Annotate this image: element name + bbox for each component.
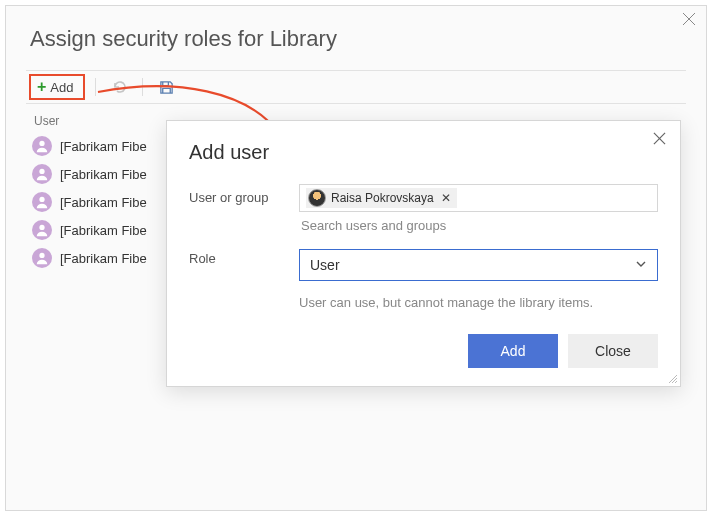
search-placeholder[interactable]: Search users and groups [299,212,658,235]
dialog-title: Add user [189,141,658,164]
svg-point-4 [39,253,44,258]
add-user-dialog: Add user User or group Raisa Pokrovskaya… [166,120,681,387]
remove-chip-icon[interactable]: ✕ [439,191,451,205]
add-confirm-button[interactable]: Add [468,334,558,368]
toolbar: + Add [26,70,686,104]
chevron-down-icon [635,257,647,273]
close-icon[interactable] [682,12,696,30]
role-description: User can use, but cannot manage the libr… [299,295,658,310]
user-name: [Fabrikam Fibe [60,195,147,210]
add-button[interactable]: + Add [29,74,85,100]
svg-point-2 [39,197,44,202]
add-button-label: Add [50,80,73,95]
security-roles-panel: Assign security roles for Library + Add … [5,5,707,511]
user-name: [Fabrikam Fibe [60,251,147,266]
chip-text: Raisa Pokrovskaya [331,191,434,205]
avatar [308,189,326,207]
svg-point-1 [39,169,44,174]
close-button[interactable]: Close [568,334,658,368]
role-select[interactable]: User [299,249,658,281]
role-label: Role [189,245,299,266]
user-name: [Fabrikam Fibe [60,139,147,154]
avatar [32,164,52,184]
save-icon[interactable] [153,74,179,100]
page-title: Assign security roles for Library [30,26,686,52]
user-chip: Raisa Pokrovskaya ✕ [306,188,457,208]
user-name: [Fabrikam Fibe [60,223,147,238]
divider [95,78,96,96]
close-icon[interactable] [653,131,666,149]
undo-icon [106,74,132,100]
avatar [32,248,52,268]
avatar [32,192,52,212]
role-value: User [310,257,340,273]
user-picker-input[interactable]: Raisa Pokrovskaya ✕ [299,184,658,212]
svg-point-0 [39,141,44,146]
avatar [32,220,52,240]
plus-icon: + [37,79,46,95]
divider [142,78,143,96]
user-or-group-label: User or group [189,184,299,205]
user-name: [Fabrikam Fibe [60,167,147,182]
resize-grip-icon[interactable] [666,372,678,384]
avatar [32,136,52,156]
svg-point-3 [39,225,44,230]
